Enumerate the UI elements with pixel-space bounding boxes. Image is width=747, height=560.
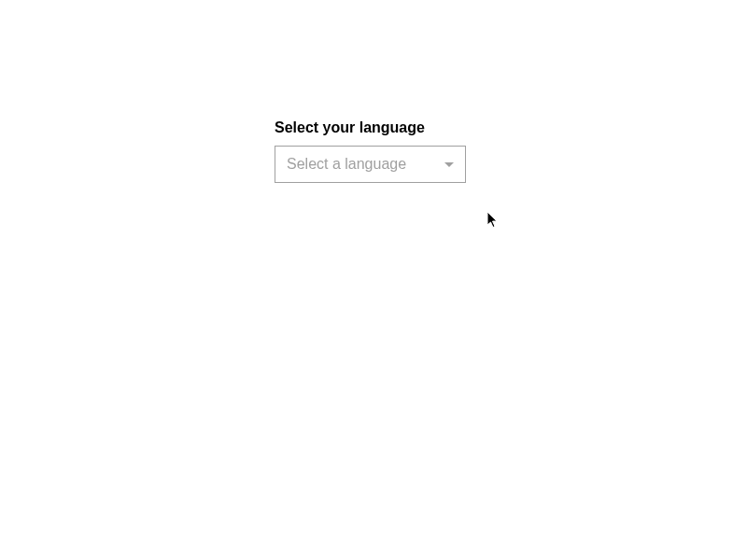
language-form-group: Select your language Select a language — [275, 119, 466, 183]
language-select[interactable]: Select a language — [275, 146, 466, 183]
chevron-down-icon — [444, 162, 454, 167]
cursor-icon — [487, 212, 500, 232]
select-placeholder: Select a language — [287, 156, 406, 173]
language-label: Select your language — [275, 119, 466, 136]
